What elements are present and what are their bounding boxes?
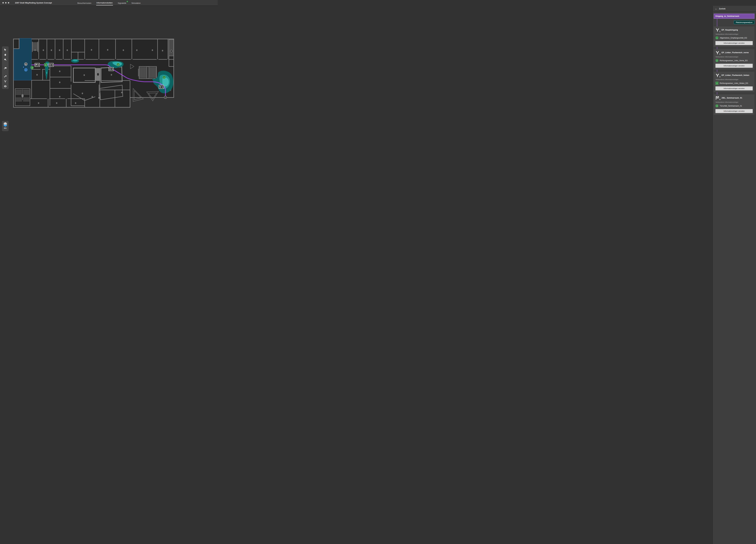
- floor-label: EG: [4, 127, 7, 129]
- svg-text:3: 3: [45, 64, 46, 66]
- add-area-tool[interactable]: [4, 67, 7, 70]
- rectangle-plus-icon: [4, 67, 7, 70]
- goal-badge[interactable]: 4: [35, 63, 40, 67]
- floor-switcher[interactable]: EG: [2, 121, 9, 131]
- svg-text:I: I: [26, 69, 26, 71]
- route-tool[interactable]: [4, 75, 7, 78]
- add-tool[interactable]: [4, 85, 7, 88]
- start-marker-b[interactable]: B: [24, 63, 27, 66]
- nav-tab-simulation[interactable]: Simulation: [131, 1, 141, 5]
- nav-tab-informationsketten[interactable]: Informationsketten: [96, 0, 113, 5]
- cursor-icon: [4, 48, 7, 51]
- svg-text:B: B: [25, 63, 26, 65]
- window-titlebar: 2307 Oodi Wayfinding System Concept Besu…: [0, 0, 218, 6]
- level-change-marker[interactable]: ↑↓: [164, 96, 167, 99]
- start-marker-i[interactable]: I: [24, 68, 27, 71]
- svg-text:3: 3: [52, 64, 53, 66]
- plus-circle-icon: [4, 85, 7, 88]
- svg-text:4: 4: [38, 64, 39, 66]
- pan-hand-tool[interactable]: [4, 53, 7, 56]
- nav-tab-label: Signaletik: [118, 2, 126, 4]
- svg-text:1: 1: [162, 86, 163, 88]
- decision-badge-3[interactable]: 3: [49, 63, 54, 67]
- decision-badge-1[interactable]: 1: [159, 85, 164, 89]
- window-controls[interactable]: [2, 2, 9, 3]
- svg-text:2: 2: [112, 68, 113, 70]
- position-dot[interactable]: [23, 66, 24, 68]
- svg-text:4: 4: [32, 67, 33, 69]
- carrier-marker-3[interactable]: 3: [44, 64, 47, 66]
- svg-text:2: 2: [118, 64, 119, 66]
- carrier-marker-4[interactable]: 4: [31, 66, 34, 69]
- route-pin-icon: [4, 75, 7, 78]
- window-control-dot[interactable]: [5, 2, 7, 3]
- main-nav: Besucherrouten Informationsketten Signal…: [44, 0, 174, 6]
- notification-dot-icon: [127, 1, 128, 2]
- map-toolbar: [2, 46, 9, 89]
- nav-tab-signaletik[interactable]: Signaletik: [117, 1, 127, 5]
- window-control-dot[interactable]: [8, 2, 9, 3]
- layers-icon: [3, 122, 8, 127]
- svg-text:↑↓: ↑↓: [165, 97, 166, 98]
- hand-icon: [4, 53, 7, 56]
- nav-tab-besucherrouten[interactable]: Besucherrouten: [77, 1, 92, 5]
- decision-badge-2[interactable]: 2: [109, 67, 114, 71]
- floorplan-canvas[interactable]: B I 4 3 2 1 4 3 2 1: [0, 6, 174, 136]
- carrier-marker-2[interactable]: 2: [117, 63, 120, 66]
- magnifier-icon: [4, 58, 7, 61]
- stair-block-topright: [169, 40, 174, 56]
- decision-fork-icon: [4, 80, 7, 83]
- decision-point-tool[interactable]: [4, 80, 7, 83]
- select-cursor-tool[interactable]: [4, 48, 7, 51]
- carrier-marker-1[interactable]: 1: [163, 76, 166, 79]
- svg-text:1: 1: [164, 77, 165, 78]
- zoom-tool[interactable]: [4, 58, 7, 61]
- window-control-dot[interactable]: [2, 2, 4, 3]
